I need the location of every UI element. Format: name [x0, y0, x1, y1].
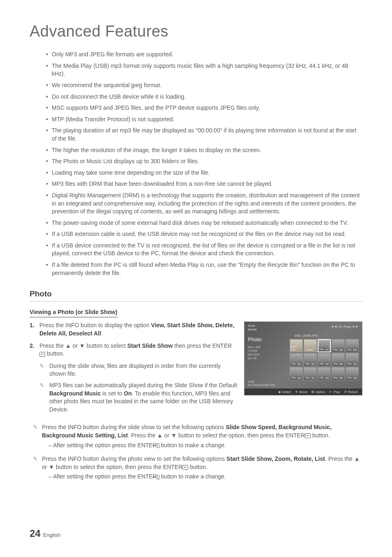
note-text: During the slide show, files are display… [49, 362, 238, 378]
sc-return-icon: ↺ Return [344, 390, 358, 394]
sc-move-icon: ✦ Move [295, 390, 307, 394]
step-text-post: then press the ENTER [173, 342, 232, 349]
step-number: 1. [30, 321, 39, 337]
thumb-selected: File...jpg [318, 339, 331, 352]
list-item: The Media Play (USB) mp3 format only sup… [46, 62, 362, 78]
step-text-pre: Press the INFO button to display the opt… [39, 322, 151, 328]
step-text-post2: button. [45, 350, 65, 357]
viewing-subheading: Viewing a Photo (or Slide Show) [30, 308, 118, 318]
list-item: Do not disconnect the USB device while i… [46, 93, 362, 101]
sc-filename: DSC_0349.JPG [295, 333, 318, 338]
divider [30, 301, 362, 302]
thumb: File...jpg [290, 353, 303, 366]
step-number: 2. [30, 342, 39, 358]
tip-dash: – After setting the option press the ENT… [48, 442, 157, 448]
enter-icon: ↵ [182, 465, 188, 470]
list-item: The higher the resolution of the image, … [46, 146, 362, 155]
enter-icon: ↵ [305, 433, 311, 438]
list-item: MTP (Media Transfer Protocol) is not sup… [46, 116, 362, 124]
thumb: Folder... [304, 339, 317, 352]
inner-note-2: ✎ MP3 files can be automatically played … [30, 381, 238, 414]
step-text-bold: Start Slide Show [127, 342, 173, 349]
sc-option-icon: ⊞ Option [311, 390, 325, 394]
page-number: 24 [30, 527, 41, 541]
tip-dash: – After setting the option press the ENT… [48, 473, 157, 480]
list-item: The Photo or Music List displays up to 3… [46, 157, 362, 166]
thumb: File...jpg [290, 367, 303, 380]
sc-action-bar: ■ Select ✦ Move ⊞ Option ↵ Play ↺ Return [244, 388, 362, 395]
list-item: The power-saving mode of some external h… [46, 219, 362, 227]
tip-dash-post: button to make a change. [159, 442, 226, 448]
note-text: MP3 files can be automatically played du… [49, 382, 237, 388]
tip-bold: Start Slide Show, Zoom, Rotate, List [226, 455, 325, 462]
sc-page-indicator: ◄◄ 1/1 Page ►► [331, 324, 359, 329]
tip-hand-icon: ✎ [33, 423, 42, 449]
enter-icon: ↵ [39, 352, 45, 357]
thumb: File...jpg [346, 367, 359, 380]
step-1: 1. Press the INFO button to display the … [30, 321, 238, 337]
note-bold: Background Music [49, 390, 101, 397]
list-item: If a USB extension cable is used, the US… [46, 230, 362, 238]
note-text: is set to [101, 390, 124, 397]
tip-2: ✎ Press the INFO button during the photo… [30, 455, 362, 481]
sc-play-icon: ↵ Play [329, 390, 340, 394]
note-hand-icon: ✎ [39, 362, 49, 378]
note-bold: On [124, 390, 131, 397]
tip-dash-post: button to make a change. [159, 473, 226, 480]
feature-bullet-list: Only MP3 and JPEG file formats are suppo… [30, 51, 362, 277]
thumb: File...jpg [332, 353, 345, 366]
tip-text: Press the INFO button during the slide s… [42, 424, 226, 430]
thumb: File...jpg [318, 367, 331, 380]
page-footer: 24 English [30, 527, 60, 541]
language-label: English [43, 532, 61, 539]
sc-sidebar: Photo 640 x 480 75.9KB 6/8/ 2010 33 / 46 [248, 336, 262, 360]
thumb: File...jpg [332, 339, 345, 352]
sc-top-label: SUMMedia [248, 324, 257, 332]
tip-hand-icon: ✎ [33, 455, 42, 481]
step-2: 2. Press the ▲ or ▼ button to select Sta… [30, 342, 238, 358]
steps-list: 1. Press the INFO button to display the … [30, 321, 238, 358]
tip-text: button. [188, 464, 208, 470]
note-hand-icon: ✎ [39, 381, 49, 414]
photo-section-header: Photo [30, 289, 362, 300]
tip-text: . Press the ▲ or ▼ button to select the … [128, 432, 305, 439]
list-item: MSC supports MP3 and JPEG files, and the… [46, 104, 362, 112]
list-item: The playing duration of an mp3 file may … [46, 127, 362, 143]
sc-select-icon: ■ Select [279, 390, 291, 394]
thumb: File...jpg [304, 353, 317, 366]
thumb: File...jpg [332, 367, 345, 380]
tip-text: Press the INFO button during the photo v… [42, 455, 226, 462]
sc-thumbnail-grid: Upper Fold... Folder... File...jpg File.… [290, 339, 359, 380]
thumb: File...jpg [346, 339, 359, 352]
list-item: If a USB device connected to the TV is n… [46, 242, 362, 258]
step-text-post: . [101, 330, 103, 337]
step-text-pre: Press the ▲ or ▼ button to select [39, 342, 127, 349]
list-item: Digital Rights Management (DRM) is a tec… [46, 192, 362, 216]
sc-photo-label: Photo [248, 336, 262, 343]
page-title: Advanced Features [30, 21, 362, 42]
list-item: Loading may take some time depending on … [46, 169, 362, 177]
list-item: If a file deleted from the PC is still f… [46, 261, 362, 277]
inner-note-1: ✎ During the slide show, files are displ… [30, 362, 238, 378]
thumb: File...jpg [318, 353, 331, 366]
list-item: MP3 files with DRM that have been downlo… [46, 180, 362, 188]
sc-storage-label: SUMNo Device/0 MB Free [248, 380, 275, 387]
list-item: Only MP3 and JPEG file formats are suppo… [46, 51, 362, 59]
thumb: Upper Fold... [290, 339, 303, 352]
tv-ui-screenshot: SUMMedia ◄◄ 1/1 Page ►► DSC_0349.JPG Pho… [244, 321, 362, 395]
tip-1: ✎ Press the INFO button during the slide… [30, 423, 362, 449]
thumb: File...jpg [346, 353, 359, 366]
thumb: File...jpg [304, 367, 317, 380]
tip-text: button. [311, 432, 330, 439]
list-item: We recommend the sequential jpeg format. [46, 81, 362, 90]
